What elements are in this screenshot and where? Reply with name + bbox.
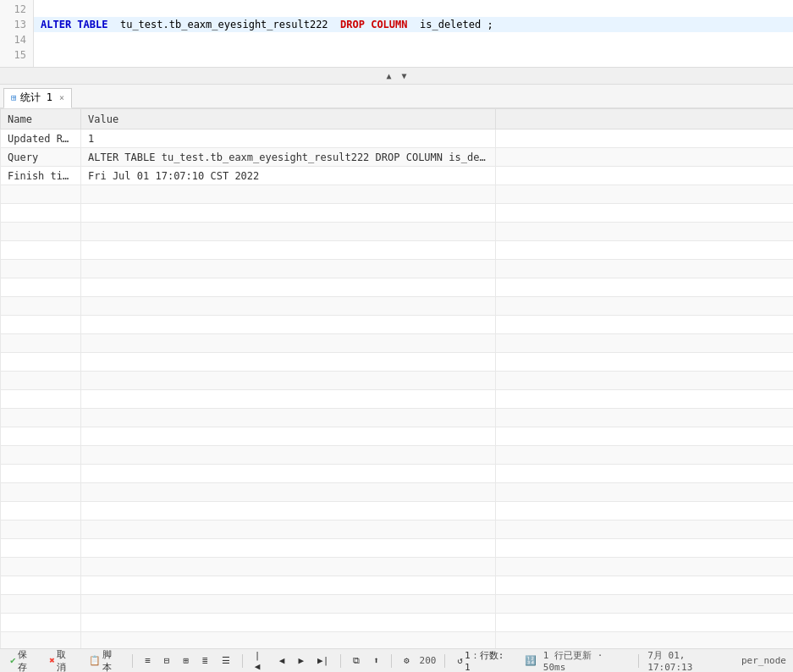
save-button[interactable]: ✔ 保存 (7, 647, 39, 673)
format-button-5[interactable]: ☰ (218, 654, 234, 667)
table-row-empty (1, 316, 794, 334)
code-line-12 (34, 2, 793, 17)
table-row-empty (1, 334, 794, 353)
cancel-label: 取消 (57, 648, 75, 673)
save-icon: ✔ (10, 655, 16, 666)
refresh-icon: ↺ (457, 655, 463, 666)
tab-close-button[interactable]: × (59, 93, 64, 102)
cell-value-0: 1 (81, 129, 496, 148)
export-button[interactable]: ⬆ (370, 654, 383, 667)
cell-extra-1 (496, 148, 794, 167)
cancel-button[interactable]: ✖ 取消 (46, 647, 78, 673)
cell-name-2: Finish time (1, 167, 81, 185)
line-numbers: 12 13 14 15 (0, 0, 34, 67)
first-button[interactable]: |◀ (251, 649, 269, 673)
table-row-empty (1, 353, 794, 372)
cancel-icon: ✖ (49, 655, 55, 666)
grid-icon: ⊞ (11, 92, 17, 103)
tab-results-1[interactable]: ⊞ 统计 1 × (3, 88, 72, 108)
tab-label: 统计 1 (20, 91, 52, 105)
table-row-empty (1, 614, 794, 632)
script-label: 脚本 (102, 648, 121, 673)
script-button[interactable]: 📋 脚本 (85, 647, 124, 673)
gear-icon: ⚙ (404, 655, 410, 666)
next-button[interactable]: ▶ (295, 654, 307, 667)
table-row-empty (1, 260, 794, 278)
column-header-value: Value (81, 109, 496, 129)
code-line-14 (34, 32, 793, 47)
format-button-4[interactable]: ≣ (199, 654, 212, 667)
table-row: Finish time Fri Jul 01 17:07:10 CST 2022 (1, 167, 794, 185)
cell-value-2: Fri Jul 01 17:07:10 CST 2022 (81, 167, 496, 185)
separator-3 (340, 654, 341, 668)
table-row: Query ALTER TABLE tu_test.tb_eaxm_eyesig… (1, 148, 794, 167)
save-label: 保存 (18, 648, 36, 673)
table-row-empty (1, 427, 794, 446)
table-row-empty (1, 204, 794, 223)
cell-extra-2 (496, 167, 794, 185)
results-area: Name Value Updated Rows 1 Query ALTER TA… (0, 108, 793, 648)
separator-2 (242, 654, 243, 668)
table-row-empty (1, 372, 794, 390)
status-bar: ✔ 保存 ✖ 取消 📋 脚本 ≡ ⊟ ⊞ ≣ ☰ |◀ ◀ ▶ ▶| ⧉ ⬆ ⚙… (0, 648, 793, 672)
settings-button[interactable]: ⚙ (400, 654, 413, 667)
table-row-empty (1, 185, 794, 204)
table-row-empty (1, 409, 794, 427)
table-row-empty (1, 483, 794, 502)
refresh-button[interactable]: ↺ 1：行数: 1 (454, 648, 517, 673)
table-row-empty (1, 465, 794, 483)
code-line-13: ALTER TABLE tu_test.tb_eaxm_eyesight_res… (34, 17, 793, 32)
cell-value-1: ALTER TABLE tu_test.tb_eaxm_eyesight_res… (81, 148, 496, 167)
code-content[interactable]: ALTER TABLE tu_test.tb_eaxm_eyesight_res… (34, 0, 793, 67)
update-info: 1 行已更新 · 50ms (543, 649, 631, 673)
prev-button[interactable]: ◀ (276, 654, 289, 667)
column-header-extra (496, 109, 794, 129)
cell-name-0: Updated Rows (1, 129, 81, 148)
tabs-bar: ⊞ 统计 1 × (0, 85, 793, 108)
cell-name-1: Query (1, 148, 81, 167)
separator-5 (444, 654, 445, 668)
column-header-name: Name (1, 109, 81, 129)
row-count-label: 1：行数: 1 (465, 649, 515, 673)
datetime-label: 7月 01, 17:07:13 (647, 649, 735, 673)
table-row-empty (1, 241, 794, 260)
limit-label: 200 (420, 655, 437, 666)
table-row-empty (1, 446, 794, 465)
table-row-empty (1, 595, 794, 614)
separator-4 (391, 654, 392, 668)
table-row-empty (1, 632, 794, 649)
nav-arrows: ▲ ▼ (0, 68, 793, 85)
table-row-empty (1, 576, 794, 595)
table-row-empty (1, 558, 794, 576)
table-row-empty (1, 390, 794, 409)
code-line-15 (34, 47, 793, 63)
table-row-empty (1, 278, 794, 297)
format-button-3[interactable]: ⊞ (179, 654, 192, 667)
table-row-empty (1, 502, 794, 521)
table-row-empty (1, 539, 794, 558)
separator-6 (638, 654, 639, 668)
last-button[interactable]: ▶| (314, 654, 332, 667)
node-label: per_node (741, 655, 786, 666)
code-editor[interactable]: 12 13 14 15 ALTER TABLE tu_test.tb_eaxm_… (0, 0, 793, 68)
nav-down-arrow[interactable]: ▼ (399, 69, 410, 82)
table-row-empty (1, 297, 794, 316)
separator-1 (132, 654, 133, 668)
format-button-1[interactable]: ≡ (141, 654, 154, 667)
table-row-empty (1, 223, 794, 241)
nav-up-arrow[interactable]: ▲ (383, 69, 394, 82)
copy-button[interactable]: ⧉ (350, 654, 363, 667)
format-button-2[interactable]: ⊟ (161, 654, 173, 667)
cell-extra-0 (496, 129, 794, 148)
row-icon: 🔢 (525, 655, 537, 666)
table-row: Updated Rows 1 (1, 129, 794, 148)
table-row-empty (1, 521, 794, 539)
script-icon: 📋 (89, 655, 101, 666)
results-table: Name Value Updated Rows 1 Query ALTER TA… (0, 108, 793, 648)
